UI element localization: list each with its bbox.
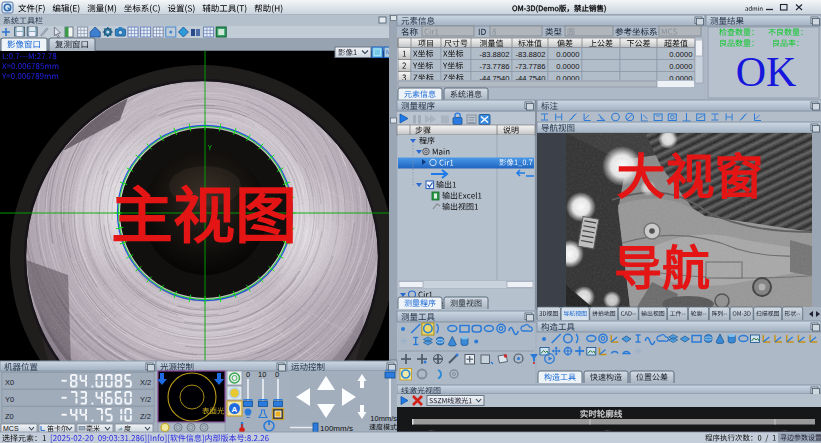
svg-text:X0: X0 xyxy=(5,378,14,387)
svg-text:Y0: Y0 xyxy=(5,395,14,404)
svg-text:0.0000: 0.0000 xyxy=(669,62,692,71)
svg-text:OK: OK xyxy=(736,49,797,95)
svg-text:-73.7786: -73.7786 xyxy=(480,62,510,71)
svg-text:10mm/s: 10mm/s xyxy=(370,414,397,423)
svg-text:10: 10 xyxy=(258,370,266,379)
svg-text:Z0: Z0 xyxy=(5,412,14,421)
svg-text:X/2: X/2 xyxy=(140,378,151,387)
svg-text:-83.8802: -83.8802 xyxy=(480,50,510,59)
svg-text:0: 0 xyxy=(246,370,250,379)
svg-text:-73.7786: -73.7786 xyxy=(516,62,546,71)
svg-text:0.0000: 0.0000 xyxy=(669,50,692,59)
svg-text:-83.8802: -83.8802 xyxy=(516,50,546,59)
svg-text:0.0000: 0.0000 xyxy=(556,62,579,71)
svg-text:MCS: MCS xyxy=(3,425,19,432)
svg-text:Z/2: Z/2 xyxy=(140,412,151,421)
svg-text:0.0000: 0.0000 xyxy=(556,50,579,59)
svg-text:0: 0 xyxy=(275,370,279,379)
svg-text:Y/2: Y/2 xyxy=(140,395,151,404)
svg-text:A: A xyxy=(232,405,238,414)
